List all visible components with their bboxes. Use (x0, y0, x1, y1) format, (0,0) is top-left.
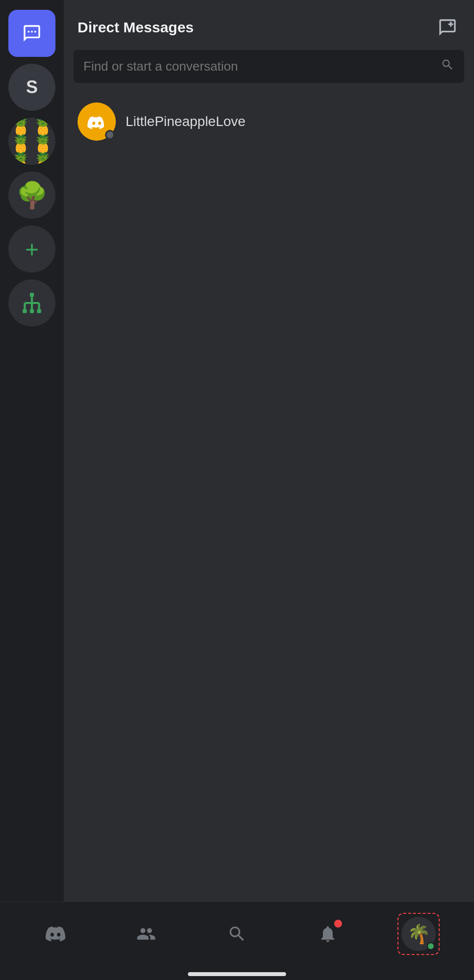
dm-avatar-container (78, 102, 116, 141)
tree-emoji: 🌳 (8, 172, 55, 219)
search-bar[interactable] (74, 50, 464, 83)
pineapple-emoji: 🍍🍍🍍🍍🍍🍍🍍🍍🍍 (8, 118, 55, 165)
profile-nav-highlight: 🌴 (397, 913, 440, 955)
server-sidebar: S 🍍🍍🍍🍍🍍🍍🍍🍍🍍 🌳 + (0, 0, 64, 902)
dm-header: Direct Messages (64, 0, 474, 50)
dm-username: LittlePineappleLove (126, 114, 245, 129)
svg-rect-0 (30, 293, 34, 297)
svg-rect-1 (23, 309, 26, 313)
nav-item-notifications[interactable] (303, 914, 352, 954)
plus-icon: + (25, 236, 39, 263)
search-nav-icon (227, 924, 247, 944)
nav-item-search[interactable] (212, 914, 262, 954)
search-input[interactable] (83, 59, 435, 74)
sidebar-item-dm[interactable] (8, 10, 55, 57)
nav-item-profile[interactable]: 🌴 (394, 914, 443, 954)
profile-online-indicator (427, 942, 435, 950)
new-dm-button[interactable] (435, 15, 460, 40)
nav-item-friends[interactable] (122, 914, 171, 954)
home-indicator (188, 972, 286, 976)
search-icon (441, 58, 454, 75)
server-letter: S (26, 77, 38, 98)
status-indicator-idle (105, 130, 115, 140)
bottom-nav: 🌴 (0, 902, 474, 980)
dm-item-littlepineapplelove[interactable]: LittlePineappleLove (69, 95, 469, 149)
dm-list: LittlePineappleLove (64, 95, 474, 902)
hierarchy-icon (20, 291, 44, 315)
nav-item-home[interactable] (31, 914, 80, 954)
sidebar-item-pineapple[interactable]: 🍍🍍🍍🍍🍍🍍🍍🍍🍍 (8, 118, 55, 165)
notification-badge (333, 918, 343, 929)
sidebar-item-tree[interactable]: 🌳 (8, 172, 55, 219)
sidebar-item-add-server[interactable]: + (8, 226, 55, 273)
sidebar-item-s-server[interactable]: S (8, 64, 55, 111)
dm-panel: Direct Messages (64, 0, 474, 902)
svg-rect-3 (37, 309, 41, 313)
friends-icon (136, 924, 156, 944)
dm-panel-title: Direct Messages (78, 19, 194, 36)
discord-nav-icon (46, 924, 65, 944)
sidebar-item-explore[interactable] (8, 279, 55, 327)
svg-rect-2 (30, 309, 34, 313)
bell-icon (318, 924, 338, 944)
new-dm-icon (438, 18, 457, 37)
